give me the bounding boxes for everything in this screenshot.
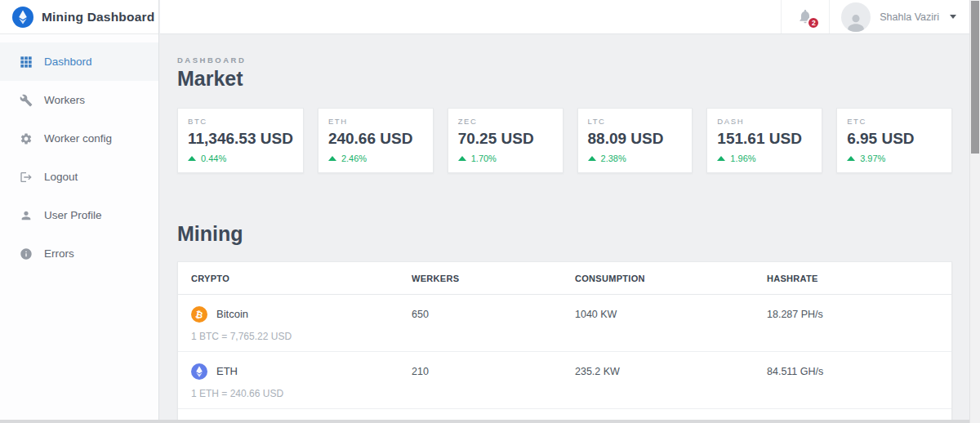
card-price: 70.25 USD [458,130,553,148]
up-triangle-icon [188,156,196,161]
card-symbol: ETC [847,117,942,126]
exchange-rate: 1 BTC = 7,765.22 USD [191,331,938,351]
card-change: 2.46% [328,154,423,163]
card-price: 151.61 USD [717,130,812,148]
user-menu[interactable]: Shahla Vaziri [830,0,969,33]
sidebar-item-user-profile[interactable]: User Profile [0,196,158,234]
card-price: 11,346.53 USD [188,130,293,148]
market-card-ltc: LTC 88.09 USD 2.38% [577,108,693,173]
avatar [841,2,871,32]
up-triangle-icon [588,156,596,161]
grid-icon [20,55,33,69]
market-card-etc: ETC 6.95 USD 3.97% [836,108,952,173]
user-icon [20,208,33,222]
bitcoin-icon: ₿ [191,306,207,323]
sidebar-item-worker-config[interactable]: Worker config [0,119,158,158]
crypto-name: Bitcoin [216,308,248,320]
vertical-scrollbar-thumb[interactable] [971,1,979,154]
card-symbol: DASH [717,117,812,126]
column-header-consumption: CONSUMPTION [575,274,767,283]
vertical-scrollbar[interactable] [969,0,980,423]
sidebar-item-label: User Profile [44,209,102,221]
hashrate-value: 18.287 PH/s [767,309,938,320]
card-symbol: ZEC [458,117,553,126]
market-card-eth: ETH 240.66 USD 2.46% [318,108,434,173]
topbar: 2 Shahla Vaziri [160,0,969,34]
up-triangle-icon [328,156,336,161]
card-price: 240.66 USD [328,130,423,148]
mining-table: CRYPTO WERKERS CONSUMPTION HASHRATE ₿ Bi… [177,261,952,423]
change-value: 1.70% [471,154,497,163]
up-triangle-icon [847,156,855,161]
breadcrumb: DASHBOARD [177,56,952,65]
up-triangle-icon [717,156,725,161]
card-symbol: LTC [588,117,683,126]
market-title: Market [177,67,952,91]
person-icon [845,12,866,32]
wrench-icon [20,93,33,107]
market-card-dash: DASH 151.61 USD 1.96% [706,108,822,173]
table-row-eth[interactable]: ETH 210 235.2 KW 84.511 GH/s 1 ETH = 240… [178,352,951,409]
change-value: 1.96% [730,154,755,163]
card-change: 1.96% [717,154,812,163]
column-header-crypto: CRYPTO [191,274,412,283]
consumption-value: 1040 KW [575,309,767,320]
market-card-zec: ZEC 70.25 USD 1.70% [448,108,564,173]
card-symbol: ETH [328,117,423,126]
sidebar-item-label: Errors [44,247,74,260]
card-change: 0.44% [188,154,293,163]
brand: Mining Dashboard [0,0,158,34]
logout-icon [20,170,33,184]
sidebar-item-workers[interactable]: Workers [0,81,158,119]
market-card-btc: BTC 11,346.53 USD 0.44% [177,108,304,173]
sidebar-item-logout[interactable]: Logout [0,158,158,196]
market-cards: BTC 11,346.53 USD 0.44% ETH 240.66 USD 2… [177,108,952,173]
sidebar-item-label: Worker config [44,132,112,145]
eth-icon [191,363,207,380]
change-value: 2.46% [341,154,367,163]
main-content: DASHBOARD Market BTC 11,346.53 USD 0.44%… [160,34,969,423]
column-header-workers: WERKERS [412,274,575,283]
crypto-name: ETH [216,365,238,377]
gear-icon [20,131,33,145]
column-header-hashrate: HASHRATE [767,274,938,283]
app-title: Mining Dashboard [42,10,154,24]
change-value: 3.97% [860,154,885,163]
sidebar-item-label: Dashbord [44,56,92,68]
workers-value: 210 [412,366,575,377]
consumption-value: 235.2 KW [575,366,767,377]
card-change: 2.38% [588,154,683,163]
up-triangle-icon [458,156,466,161]
card-change: 3.97% [847,154,942,163]
sidebar-nav: Dashbord Workers Worker config Logout Us… [0,34,158,273]
error-circle-icon [20,247,33,260]
card-change: 1.70% [458,154,553,163]
ethereum-logo-icon [12,7,33,28]
card-price: 88.09 USD [588,130,683,148]
user-name: Shahla Vaziri [880,11,939,23]
change-value: 2.38% [601,154,626,163]
notification-badge: 2 [807,16,820,29]
change-value: 0.44% [201,154,226,163]
mining-title: Mining [177,222,952,246]
card-symbol: BTC [188,117,293,126]
sidebar-item-label: Logout [44,171,78,183]
crypto-cell: ETH [191,363,412,380]
notifications-button[interactable]: 2 [781,0,830,33]
sidebar-item-errors[interactable]: Errors [0,234,158,273]
table-row-bitcoin[interactable]: ₿ Bitcoin 650 1040 KW 18.287 PH/s 1 BTC … [178,295,951,352]
hashrate-value: 84.511 GH/s [767,366,938,377]
sidebar-item-label: Workers [44,94,85,106]
chevron-down-icon [950,15,956,19]
card-price: 6.95 USD [847,130,942,148]
crypto-cell: ₿ Bitcoin [191,306,412,323]
sidebar-item-dashboard[interactable]: Dashbord [0,42,158,81]
sidebar: Mining Dashboard Dashbord Workers Worker… [0,0,159,423]
exchange-rate: 1 ETH = 240.66 USD [191,388,938,408]
workers-value: 650 [412,309,575,320]
horizontal-scrollbar[interactable] [0,420,969,423]
table-header-row: CRYPTO WERKERS CONSUMPTION HASHRATE [178,262,951,295]
